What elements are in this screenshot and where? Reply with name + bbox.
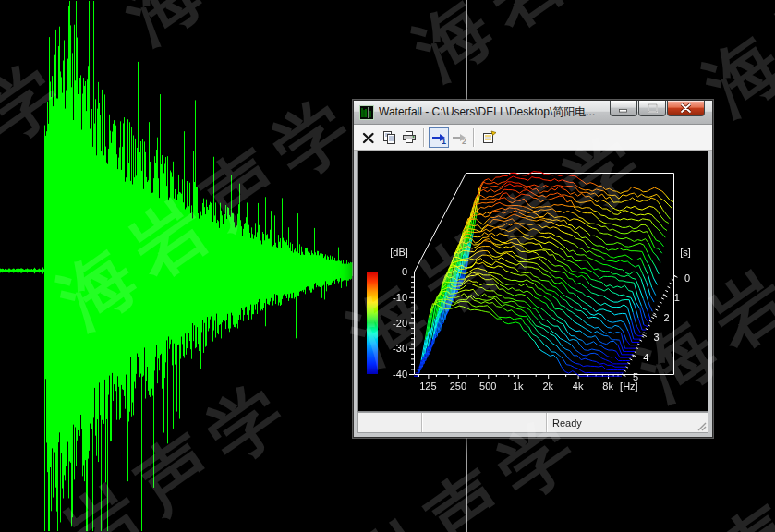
maximize-icon — [648, 103, 658, 113]
view-2-button[interactable]: 2 — [449, 127, 469, 148]
properties-icon — [481, 130, 497, 144]
window-title: Waterfall - C:\Users\DELL\Desktop\简阳电... — [379, 104, 595, 120]
toolbar-separator — [423, 128, 425, 147]
statusbar: Ready — [357, 412, 708, 433]
plot-area — [357, 151, 708, 412]
view-1-button[interactable]: 1 — [429, 127, 449, 148]
titlebar[interactable]: Waterfall - C:\Users\DELL\Desktop\简阳电... — [354, 101, 712, 125]
print-button[interactable] — [399, 127, 419, 148]
properties-button[interactable] — [478, 127, 499, 148]
print-icon — [402, 130, 417, 144]
close-button[interactable] — [667, 101, 705, 116]
view-2-label: 2 — [462, 137, 466, 146]
minimize-button[interactable] — [610, 101, 637, 116]
status-ready-text: Ready — [552, 417, 582, 429]
resize-grip[interactable] — [696, 420, 707, 431]
waterfall-3d-plot — [358, 151, 708, 412]
screen: Waterfall - C:\Users\DELL\Desktop\简阳电... — [0, 0, 775, 532]
status-pane-2 — [422, 413, 547, 432]
waterfall-app-icon — [359, 105, 374, 120]
copy-button[interactable] — [379, 127, 399, 148]
copy-icon — [381, 130, 396, 144]
maximize-button[interactable] — [638, 101, 666, 116]
status-pane-ready: Ready — [547, 413, 708, 432]
delete-x-icon — [362, 131, 375, 144]
toolbar: 1 2 — [354, 125, 712, 151]
status-pane-1 — [358, 413, 422, 432]
caption-buttons — [609, 101, 705, 116]
view-1-label: 1 — [442, 137, 446, 146]
minimize-icon — [619, 104, 628, 113]
delete-button[interactable] — [358, 127, 379, 148]
toolbar-separator — [473, 128, 475, 147]
waterfall-window: Waterfall - C:\Users\DELL\Desktop\简阳电... — [353, 100, 713, 438]
close-icon — [681, 103, 691, 113]
